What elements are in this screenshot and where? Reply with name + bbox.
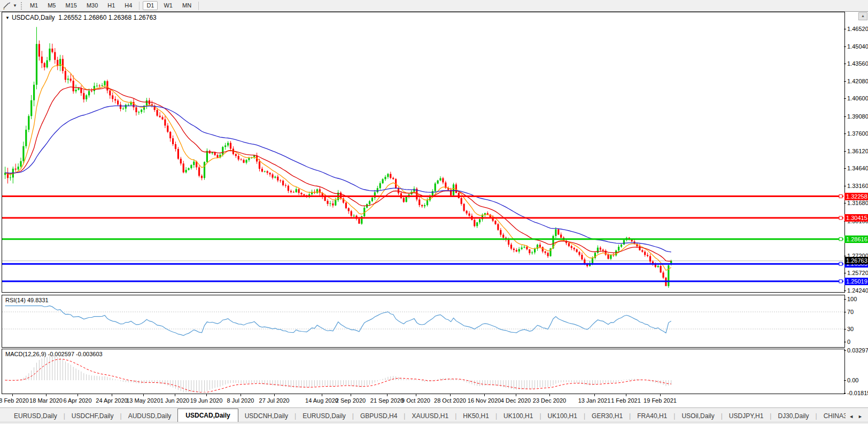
status-bar	[0, 422, 868, 424]
tabs-scroll-right-button[interactable]: ►	[858, 414, 863, 419]
chart-tab-usoil-daily[interactable]: USOil,Daily	[675, 410, 720, 422]
axis-tick-label: 1.25720	[847, 270, 868, 277]
collapse-arrow-icon[interactable]: ▼	[5, 15, 10, 20]
time-axis-tick	[12, 394, 13, 396]
timeframe-button-d1[interactable]: D1	[143, 1, 158, 10]
axis-tick-label: 1.24240	[847, 287, 868, 294]
price-chart-pane[interactable]: ▼USDCAD,Daily 1.26552 1.26860 1.26368 1.…	[2, 12, 845, 293]
macd-pane[interactable]: MACD(12,26,9) -0.002597 -0.003603	[2, 349, 845, 394]
time-axis-tick	[594, 394, 595, 396]
toolbar-separator	[139, 2, 140, 10]
axis-tick-label: 1.45040	[847, 43, 868, 50]
chart-tab-uk100-h1[interactable]: UK100,H1	[541, 410, 584, 422]
time-axis-tick	[322, 394, 322, 396]
drawing-tool-button[interactable]: ▼	[1, 1, 19, 11]
chart-tab-xauusd-h1[interactable]: XAUUSD,H1	[405, 410, 455, 422]
dropdown-arrow-icon[interactable]: ▼	[13, 3, 17, 8]
time-axis-tick	[516, 394, 516, 396]
time-axis-label: 16 Nov 2020	[468, 397, 501, 404]
price-level-badge: 1.30415	[844, 214, 868, 222]
chart-tab-audusd-daily[interactable]: AUDUSD,Daily	[122, 410, 178, 422]
chart-ohlc-values: 1.26552 1.26860 1.26368 1.26763	[58, 14, 157, 21]
timeframe-button-w1[interactable]: W1	[160, 1, 176, 10]
axis-tick-label: 1.27200	[847, 253, 868, 260]
current-price-badge: 1.26763	[844, 257, 868, 264]
axis-tick-label: 1.36120	[847, 148, 868, 155]
candlestick-chart[interactable]	[2, 12, 843, 291]
timeframe-button-m1[interactable]: M1	[26, 1, 42, 10]
timeframe-button-m15[interactable]: M15	[61, 1, 80, 10]
chart-tab-fra40-h1[interactable]: FRA40,H1	[631, 410, 673, 422]
chart-tab-dj30-daily[interactable]: DJ30,Daily	[771, 410, 815, 422]
time-axis-label: 6 Apr 2020	[63, 397, 91, 404]
chart-tab-usdjpy-h1[interactable]: USDJPY,H1	[723, 410, 770, 422]
chart-tab-eurusd-daily[interactable]: EURUSD,Daily	[296, 410, 352, 422]
chart-tab-eurusd-daily[interactable]: EURUSD,Daily	[7, 410, 64, 422]
time-axis-tick	[206, 394, 207, 396]
time-axis-label: 1 Feb 2021	[611, 397, 641, 404]
crosshair-pencil-icon	[3, 2, 11, 10]
axis-tick-label: 1.39080	[847, 113, 868, 120]
time-axis-label: 21 Sep 2020	[370, 397, 404, 404]
axis-tick-label: 0	[847, 339, 850, 346]
chart-tab-china300-h1[interactable]: CHINA300,H1	[817, 410, 846, 422]
time-axis-tick	[78, 394, 78, 396]
macd-signal-line	[5, 359, 671, 392]
line-drag-handle	[839, 238, 842, 241]
timeframe-buttons: M1M5M15M30H1H4D1W1MN	[25, 0, 201, 11]
chart-tab-ger30-h1[interactable]: GER30,H1	[585, 410, 629, 422]
axis-scroll-up-button[interactable]: ▲	[858, 12, 867, 20]
chart-tab-uk100-h1[interactable]: UK100,H1	[497, 410, 539, 422]
time-axis-label: 8 Jul 2020	[227, 397, 254, 404]
time-axis-tick	[175, 394, 175, 396]
time-axis-label: 24 Apr 2020	[96, 397, 127, 404]
axis-tick-label: 1.43560	[847, 60, 868, 67]
axis-tick-label: 1.33160	[847, 183, 868, 190]
axis-tick-label: 30	[847, 326, 854, 333]
chart-title: ▼USDCAD,Daily 1.26552 1.26860 1.26368 1.…	[5, 14, 157, 21]
time-axis-label: 19 Jun 2020	[190, 397, 223, 404]
price-level-badge: 1.32258	[844, 193, 868, 200]
chart-area: ▼USDCAD,Daily 1.26552 1.26860 1.26368 1.…	[0, 12, 868, 407]
price-level-badge: 1.25019	[844, 278, 868, 285]
time-axis-label: 19 Feb 2021	[644, 397, 677, 404]
time-axis-label: 9 Oct 2020	[401, 397, 430, 404]
chart-tab-usdcad-daily[interactable]: USDCAD,Daily	[177, 409, 238, 422]
macd-plot	[2, 349, 843, 392]
macd-label: MACD(12,26,9) -0.002597 -0.003603	[5, 351, 103, 357]
line-drag-handle	[839, 280, 842, 283]
line-drag-handle	[839, 262, 842, 265]
axis-tick-label: 1.30160	[847, 218, 868, 225]
axis-tick-label: 1.34640	[847, 165, 868, 172]
time-axis-label: 28 Feb 2020	[0, 397, 29, 404]
chart-tab-hk50-h1[interactable]: HK50,H1	[456, 410, 495, 422]
time-axis-tick	[450, 394, 451, 396]
timeframe-button-h4[interactable]: H4	[121, 1, 136, 10]
line-drag-handle	[839, 216, 842, 219]
axis-tick-label: 0.00	[847, 377, 858, 384]
tabs-scroll-left-button[interactable]: ◄	[849, 414, 854, 419]
axis-tick-label: 1.40600	[847, 95, 868, 102]
chart-tab-usdcnh-daily[interactable]: USDCNH,Daily	[238, 410, 294, 422]
rsi-label: RSI(14) 49.8331	[5, 297, 49, 303]
time-axis-label: 2 Sep 2020	[336, 397, 366, 404]
time-axis[interactable]: 28 Feb 202018 Mar 20206 Apr 202024 Apr 2…	[0, 394, 868, 407]
timeframe-button-mn[interactable]: MN	[179, 1, 195, 10]
time-axis-tick	[241, 394, 241, 396]
timeframe-button-m30[interactable]: M30	[83, 1, 102, 10]
trading-terminal-window: ▼ M1M5M15M30H1H4D1W1MN ▼USDCAD,Daily 1.2…	[0, 0, 868, 424]
time-axis-label: 23 Dec 2020	[533, 397, 566, 404]
chart-tabs: EURUSD,Daily|USDCHF,Daily|AUDUSD,DailyUS…	[0, 408, 846, 422]
timeframe-button-h1[interactable]: H1	[104, 1, 119, 10]
up-arrow-icon: ▲	[861, 14, 865, 18]
chart-tab-gbpusd-h4[interactable]: GBPUSD,H4	[354, 410, 404, 422]
timeframe-button-m5[interactable]: M5	[44, 1, 59, 10]
time-axis-tick	[274, 394, 275, 396]
rsi-pane[interactable]: RSI(14) 49.8331	[2, 295, 845, 348]
price-level-badge: 1.28616	[844, 235, 868, 243]
chart-tab-usdchf-daily[interactable]: USDCHF,Daily	[65, 410, 120, 422]
time-axis-tick	[549, 394, 550, 396]
tab-scroll-buttons: ◄ ►	[846, 414, 868, 422]
toolbar-grip	[21, 2, 22, 10]
axis-tick-label: 1.46520	[847, 26, 868, 33]
